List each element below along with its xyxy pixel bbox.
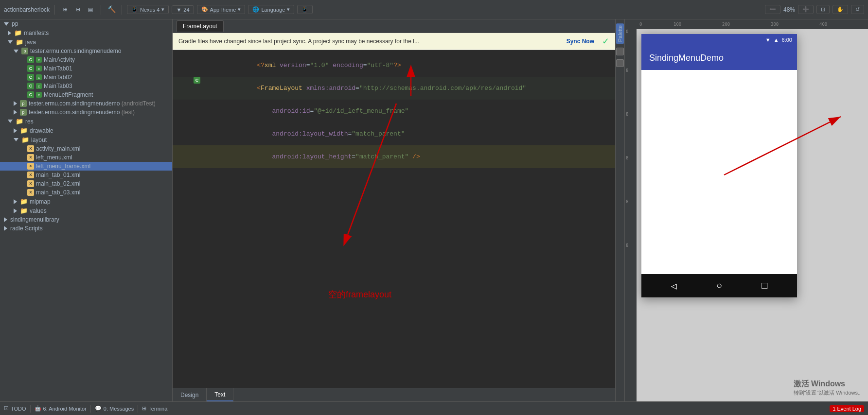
sidebar-item-maintab01[interactable]: C c MainTab01 <box>0 64 172 73</box>
main-tab-03-xml-label: main_tab_03.xml <box>36 189 80 196</box>
recent-btn[interactable]: □ <box>762 280 767 292</box>
grid-icon[interactable]: ⊞ <box>60 4 71 15</box>
theme-selector[interactable]: 🎨 AppTheme ▾ <box>197 5 246 14</box>
ruler-mark-400: 400 <box>819 22 827 27</box>
globe-icon: 🌐 <box>252 6 259 13</box>
sidebar-item-manifests[interactable]: 📁 manifests <box>0 28 172 37</box>
pkg-test-label: tester.ermu.com.sindingmenudemo (test) <box>29 109 135 116</box>
device-type-btn[interactable]: 📱 <box>297 5 313 14</box>
attr-version: version <box>280 62 306 69</box>
theme-icon: 🎨 <box>201 6 208 13</box>
xml-icon: X <box>27 180 34 187</box>
val-id: "@+id/id_left_menu_frame" <box>314 107 408 115</box>
todo-item[interactable]: ☑ TODO <box>4 405 26 412</box>
line-num-4 <box>173 122 192 123</box>
panel-icon[interactable]: ▤ <box>85 4 96 15</box>
fit-btn[interactable]: ⊡ <box>816 5 830 14</box>
palette-icon-2[interactable] <box>616 59 624 67</box>
hand-tool-btn[interactable]: ✋ <box>833 5 848 14</box>
res-label: res <box>25 118 34 125</box>
editor-area: FrameLayout Gradle files have changed si… <box>173 19 615 401</box>
palette-icon-1[interactable] <box>616 48 624 55</box>
sidebar-item-pkg-androidtest[interactable]: p tester.ermu.com.sindingmenudemo (andro… <box>0 99 172 108</box>
sidebar-item-layout[interactable]: 📁 layout <box>0 135 172 144</box>
time-display: 6:00 <box>782 37 792 43</box>
class-icon: C <box>27 91 34 98</box>
table-icon[interactable]: ⊟ <box>72 4 83 15</box>
language-selector[interactable]: 🌐 Language ▾ <box>248 5 294 14</box>
event-log-button[interactable]: 1 Event Log <box>830 405 864 412</box>
line-num-2 <box>173 77 192 77</box>
sidebar-item-mainactivity[interactable]: C c MainActivity <box>0 55 172 64</box>
attr-width: android:layout_width <box>272 130 348 138</box>
sidebar-item-pkg-main[interactable]: p tester.ermu.com.sindingmenudemo <box>0 47 172 55</box>
framelayout-tag: FrameLayout <box>261 85 302 92</box>
back-btn[interactable]: ◁ <box>671 280 677 292</box>
sidebar-item-app[interactable]: pp <box>0 19 172 28</box>
sidebar-item-left-menu-frame-xml[interactable]: X left_menu_frame.xml <box>0 162 172 171</box>
expand-icon <box>8 40 13 44</box>
sidebar-item-maintab02[interactable]: C c MainTab02 <box>0 73 172 82</box>
xml-icon: X <box>27 145 34 152</box>
code-editor[interactable]: <?xml version="1.0" encoding="utf-8"?> C… <box>173 50 615 388</box>
wifi-icon: ▼ <box>765 37 771 43</box>
sidebar-item-menuleftfragment[interactable]: C c MenuLeftFragment <box>0 90 172 99</box>
top-toolbar: actionbarsherlock ⊞ ⊟ ▤ 🔨 📱 Nexus 4 ▾ ▼ … <box>0 0 868 19</box>
eq-5: = <box>352 153 355 160</box>
ruler-mark-100: 100 <box>673 22 681 27</box>
sync-now-button[interactable]: Sync Now <box>567 38 594 45</box>
sidebar-item-maintab03[interactable]: C c MainTab03 <box>0 82 172 90</box>
gradle-scripts-label: radle Scripts <box>10 225 43 232</box>
android-monitor-item[interactable]: 🤖 6: Android Monitor <box>35 405 87 412</box>
phone-nav-bar: ◁ ○ □ <box>641 274 797 297</box>
indent-5 <box>257 153 272 160</box>
home-btn[interactable]: ○ <box>716 280 722 292</box>
xml-icon: X <box>27 163 34 170</box>
java-label: java <box>25 39 36 46</box>
sidebar-item-main-tab-02-xml[interactable]: X main_tab_02.xml <box>0 179 172 188</box>
phone-content-area <box>641 70 797 274</box>
sidebar-item-res[interactable]: 📁 res <box>0 117 172 126</box>
val-height: "match_parent" <box>355 153 408 160</box>
inner-icon: c <box>36 92 42 98</box>
ruler-v-0: 0 <box>626 29 628 34</box>
indent-3 <box>257 107 272 115</box>
sidebar-item-gradle-scripts[interactable]: radle Scripts <box>0 224 172 233</box>
inner-icon: c <box>36 57 42 63</box>
tab-framelayout[interactable]: FrameLayout <box>177 20 224 32</box>
phone-mockup: ▼ ▲ 6:00 SindingMenuDemo <box>641 34 797 297</box>
sidebar-item-activity-main-xml[interactable]: X activity_main.xml <box>0 144 172 153</box>
sidebar-item-java[interactable]: 📁 java <box>0 37 172 47</box>
sidebar-item-values[interactable]: 📁 values <box>0 206 172 215</box>
sidebar-item-left-menu-xml[interactable]: X left_menu.xml <box>0 153 172 162</box>
refresh-btn[interactable]: ↺ <box>851 5 864 14</box>
zoom-level: 48% <box>783 6 795 13</box>
zoom-in-btn[interactable]: ➕ <box>798 5 814 14</box>
val-encoding: "utf-8" <box>367 62 394 69</box>
sidebar-item-mipmap[interactable]: 📁 mipmap <box>0 197 172 206</box>
xml-icon: X <box>27 154 34 161</box>
maintab01-label: MainTab01 <box>44 65 72 72</box>
palette-label[interactable]: Palette <box>616 23 624 44</box>
collapse-icon <box>14 208 17 213</box>
sidebar-item-main-tab-03-xml[interactable]: X main_tab_03.xml <box>0 188 172 197</box>
theme-label: AppTheme <box>210 7 236 13</box>
sidebar-item-drawable[interactable]: 📁 drawable <box>0 126 172 135</box>
api-level-btn[interactable]: ▼ 24 <box>172 5 194 14</box>
sidebar-item-sindingmenulibrary[interactable]: sindingmenulibrary <box>0 215 172 224</box>
messages-item[interactable]: 💬 0: Messages <box>95 405 134 412</box>
sidebar-item-pkg-test[interactable]: p tester.ermu.com.sindingmenudemo (test) <box>0 108 172 117</box>
self-close: /> <box>408 153 420 160</box>
val-version: "1.0" <box>310 62 329 69</box>
device-selector[interactable]: 📱 Nexus 4 ▾ <box>127 5 169 14</box>
hammer-icon[interactable]: 🔨 <box>106 4 117 15</box>
expand-icon <box>14 50 18 53</box>
expand-icon <box>14 138 18 141</box>
sidebar-item-main-tab-01-xml[interactable]: X main_tab_01.xml <box>0 171 172 179</box>
device-icon: 📱 <box>131 6 138 13</box>
zoom-out-btn[interactable]: ➖ <box>765 5 780 14</box>
tab-design[interactable]: Design <box>173 388 207 401</box>
tab-text[interactable]: Text <box>207 388 233 401</box>
terminal-item[interactable]: ⊞ Terminal <box>142 405 169 412</box>
class-icon: C <box>27 56 34 63</box>
